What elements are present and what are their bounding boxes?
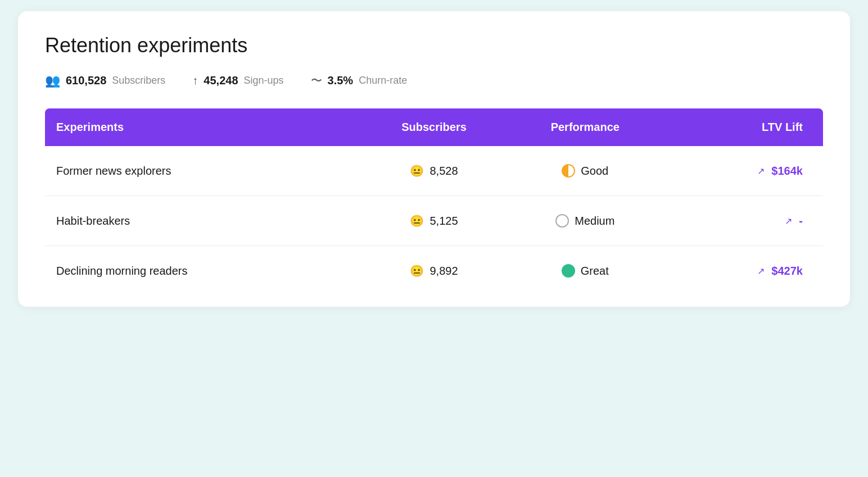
performance-good-icon: [562, 164, 575, 178]
performance-cell: Great: [509, 264, 661, 278]
performance-label: Good: [581, 165, 608, 178]
ltv-cell: ↗ $427k: [661, 265, 812, 278]
subscribers-label: Subscribers: [112, 75, 165, 87]
table-row: Former news explorers 😐 8,528 Good ↗ $16…: [45, 146, 823, 196]
col-header-performance: Performance: [509, 121, 661, 134]
subscribers-cell: 😐 8,528: [359, 164, 510, 178]
stats-bar: 👥 610,528 Subscribers ↑ 45,248 Sign-ups …: [45, 73, 823, 88]
subscribers-cell: 😐 9,892: [359, 264, 510, 278]
ltv-cell: ↗ $164k: [661, 165, 812, 178]
subscribers-count: 9,892: [430, 265, 458, 278]
table-row: Habit-breakers 😐 5,125 Medium ↗ -: [45, 196, 823, 246]
signups-label: Sign-ups: [244, 75, 284, 87]
experiment-name: Declining morning readers: [56, 265, 359, 278]
subscribers-count: 8,528: [430, 165, 458, 178]
experiment-name: Former news explorers: [56, 165, 359, 178]
page-title: Retention experiments: [45, 34, 823, 57]
performance-great-icon: [562, 264, 575, 278]
experiments-table: Experiments Subscribers Performance LTV …: [45, 108, 823, 296]
col-header-ltv: LTV Lift: [661, 121, 812, 134]
performance-label: Medium: [575, 215, 614, 228]
subscribers-icon: 👥: [45, 74, 60, 88]
ltv-value: $427k: [771, 265, 803, 278]
performance-cell: Medium: [509, 214, 661, 228]
performance-label: Great: [581, 265, 609, 278]
table-row: Declining morning readers 😐 9,892 Great …: [45, 246, 823, 296]
ltv-value: -: [799, 215, 803, 228]
ltv-cell: ↗ -: [661, 215, 812, 228]
ltv-value: $164k: [771, 165, 803, 178]
main-card: Retention experiments 👥 610,528 Subscrib…: [18, 11, 850, 307]
churnrate-icon: 〜: [311, 73, 322, 88]
subscribers-value: 610,528: [66, 74, 106, 87]
subscribers-face-icon: 😐: [410, 264, 424, 278]
churnrate-stat: 〜 3.5% Churn-rate: [311, 73, 408, 88]
subscribers-face-icon: 😐: [410, 214, 424, 228]
trend-up-icon: ↗: [757, 266, 765, 276]
churnrate-label: Churn-rate: [359, 75, 407, 87]
performance-cell: Good: [509, 164, 661, 178]
trend-up-icon: ↗: [785, 216, 792, 226]
churnrate-value: 3.5%: [328, 74, 354, 87]
signups-value: 45,248: [204, 74, 238, 87]
signups-stat: ↑ 45,248 Sign-ups: [192, 74, 283, 87]
trend-up-icon: ↗: [757, 166, 765, 176]
signups-icon: ↑: [192, 74, 198, 87]
subscribers-cell: 😐 5,125: [359, 214, 510, 228]
performance-medium-icon: [555, 214, 569, 228]
subscribers-stat: 👥 610,528 Subscribers: [45, 74, 165, 88]
col-header-experiments: Experiments: [56, 121, 359, 134]
subscribers-face-icon: 😐: [410, 164, 424, 178]
table-header: Experiments Subscribers Performance LTV …: [45, 108, 823, 146]
subscribers-count: 5,125: [430, 215, 458, 228]
col-header-subscribers: Subscribers: [359, 121, 510, 134]
experiment-name: Habit-breakers: [56, 215, 359, 228]
